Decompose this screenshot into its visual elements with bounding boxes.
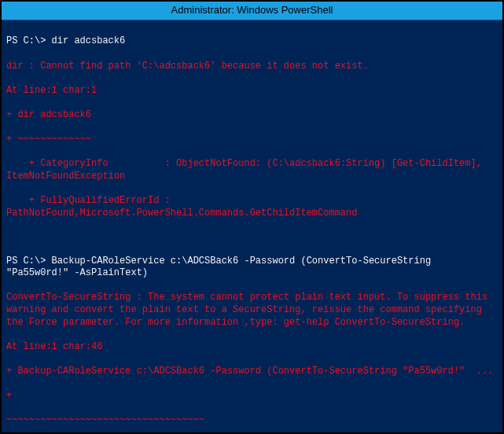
error-line: dir : Cannot find path 'C:\adcsback6' be… xyxy=(6,61,498,73)
error-line: + Backup-CARoleService c:\ADCSBack6 -Pas… xyxy=(6,366,498,378)
error-line: + FullyQualifiedErrorId : PathNotFound,M… xyxy=(6,195,498,219)
command-text: Backup-CARoleService c:\ADCSBack6 -Passw… xyxy=(6,256,436,279)
powershell-window: Administrator: Windows PowerShell PS C:\… xyxy=(0,0,504,434)
error-line: + ~~~~~~~~~~~~~ xyxy=(6,134,498,146)
error-line: + CategoryInfo : ObjectNotFound: (C:\adc… xyxy=(6,158,498,182)
blank-line xyxy=(6,232,498,243)
command-text: dir adcsback6 xyxy=(52,35,126,46)
error-line: ConvertTo-SecureString : The system cann… xyxy=(6,292,498,329)
prompt: PS C:\> xyxy=(6,256,52,267)
prompt: PS C:\> xyxy=(6,35,52,46)
error-line: + dir adcsback6 xyxy=(6,109,498,122)
error-line: At line:1 char:46 xyxy=(6,341,498,354)
title-bar[interactable]: Administrator: Windows PowerShell xyxy=(2,2,502,20)
error-line: ~~~~~~~~~~~~~~~~~~~~~~~~~~~~~~~~~~~ xyxy=(6,414,498,427)
error-line: + xyxy=(6,390,498,403)
window-title: Administrator: Windows PowerShell xyxy=(171,4,333,16)
error-line: At line:1 char:1 xyxy=(6,85,498,97)
terminal-output[interactable]: PS C:\> dir adcsback6 dir : Cannot find … xyxy=(2,20,502,432)
